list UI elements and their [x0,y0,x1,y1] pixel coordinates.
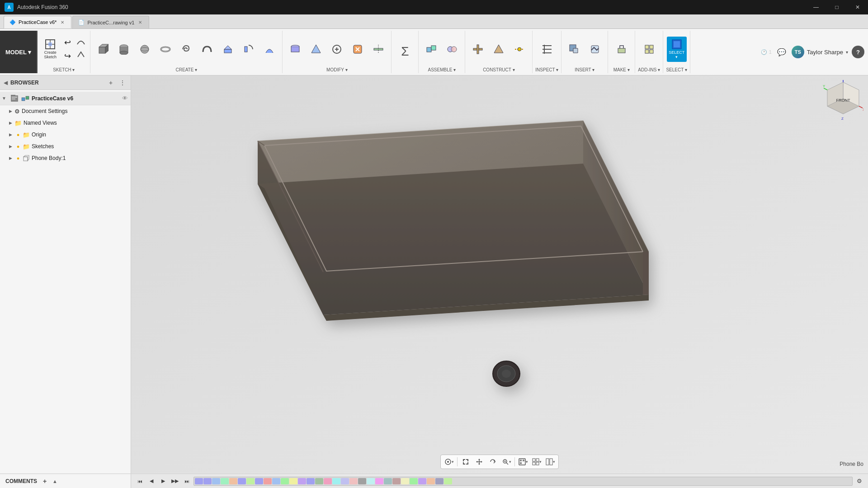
model-mode-button[interactable]: MODEL ▾ [0,31,38,73]
sketch-tool-1[interactable] [75,36,87,49]
construct-btn2[interactable] [489,37,509,62]
timeline-item[interactable] [229,478,237,484]
timeline-play-btn[interactable]: ▶ [158,476,168,486]
comments-tab[interactable]: COMMENTS + ▲ [0,474,131,488]
extrude-button[interactable] [218,37,238,62]
pan-btn[interactable] [473,456,486,468]
timeline-item[interactable] [332,478,340,484]
browser-root-visibility[interactable]: 👁 [121,94,129,103]
expand-phone-body[interactable]: ▶ [7,155,14,161]
browser-item-origin[interactable]: ▶ ● 📁 Origin [0,129,131,141]
timeline-end-btn[interactable]: ⏭ [182,476,192,486]
timeline-item[interactable] [281,478,289,484]
insert-btn1[interactable] [564,37,584,62]
browser-item-sketches[interactable]: ▶ ● 📁 Sketches [0,141,131,152]
comments-expand-icon[interactable]: ▲ [52,479,57,484]
modify-btn3[interactable] [327,37,347,62]
timeline-item[interactable] [367,478,375,484]
modify-btn4[interactable] [348,37,368,62]
insert-btn2[interactable] [585,37,605,62]
timeline-item[interactable] [238,478,246,484]
undo-button[interactable]: ↩ [61,36,74,49]
sketch-tool-2[interactable] [75,50,87,62]
sigma-button[interactable]: Σ [395,39,415,64]
timeline-item[interactable] [298,478,306,484]
pipe-button[interactable] [197,37,217,62]
timeline-item[interactable] [195,478,203,484]
timeline-item[interactable] [203,478,212,484]
create-sketch-button[interactable]: CreateSketch [40,37,60,62]
expand-sketches[interactable]: ▶ [7,143,14,150]
timeline-item[interactable] [427,478,435,484]
root-expand-arrow[interactable]: ▼ [2,96,8,101]
timeline-prev-btn[interactable]: ◀ [146,476,156,486]
browser-item-doc-settings[interactable]: ▶ ⚙ Document Settings [0,105,131,117]
timeline-item[interactable] [264,478,272,484]
timeline-item[interactable] [315,478,323,484]
timeline-item[interactable] [444,478,452,484]
browser-settings-btn[interactable]: + [106,78,115,87]
timeline-item[interactable] [384,478,392,484]
timeline-item[interactable] [401,478,409,484]
sphere-button[interactable] [135,37,155,62]
comments-plus-btn[interactable]: + [41,477,49,485]
timeline-item[interactable] [272,478,280,484]
sweep-button[interactable] [259,37,279,62]
torus-button[interactable] [156,37,175,62]
browser-item-phone-body[interactable]: ▶ ● Phone Body:1 [0,152,131,164]
tab-practicecasev6[interactable]: 🔷 PracticeCase v6* ✕ [4,16,71,28]
zoom-btn[interactable]: ▾ [500,456,513,468]
select-button[interactable]: SELECT ▾ [667,37,687,62]
display-settings-btn[interactable]: ▾ [443,456,455,468]
maximize-button[interactable]: □ [826,0,847,14]
help-button[interactable]: ? [852,46,864,58]
expand-origin[interactable]: ▶ [7,131,14,138]
construct-btn3[interactable] [509,37,529,62]
timeline-item[interactable] [212,478,220,484]
fit-camera-btn[interactable] [459,456,472,468]
timeline-next-btn[interactable]: ▶▶ [170,476,180,486]
coil-button[interactable] [176,37,196,62]
viewport[interactable]: FRONT X Y Z ▾ [131,75,868,474]
construct-btn1[interactable] [468,37,488,62]
box-button[interactable] [93,37,113,62]
display-mode-btn[interactable]: ▾ [517,456,529,468]
timeline-track[interactable] [193,477,853,486]
modify-btn1[interactable] [285,37,305,62]
user-dropdown-icon[interactable]: ▾ [846,50,848,55]
timeline-item[interactable] [358,478,366,484]
assemble-btn2[interactable] [442,37,462,62]
cylinder-button[interactable] [114,37,134,62]
browser-item-named-views[interactable]: ▶ 📁 Named Views [0,117,131,129]
expand-doc-settings[interactable]: ▶ [7,108,14,114]
phone-body-visibility[interactable]: ● [14,155,22,162]
expand-named-views[interactable]: ▶ [7,120,14,126]
view-cube[interactable]: FRONT X Y Z [823,80,863,121]
revolve-button[interactable] [239,37,259,62]
modify-btn2[interactable] [306,37,326,62]
timeline-item[interactable] [435,478,443,484]
redo-button[interactable]: ↪ [61,50,74,62]
addins-btn1[interactable] [639,37,659,62]
origin-visibility[interactable]: ● [14,131,22,138]
orbit-btn[interactable] [486,456,499,468]
timeline-item[interactable] [410,478,418,484]
timeline-item[interactable] [246,478,255,484]
timeline-item[interactable] [324,478,332,484]
timeline-item[interactable] [392,478,401,484]
assemble-btn1[interactable] [421,37,441,62]
make-btn1[interactable] [612,37,632,62]
browser-collapse-arrow[interactable]: ◀ [4,80,8,86]
view-options-btn[interactable]: ▾ [544,456,557,468]
browser-root-item[interactable]: ▼ PracticeCase v6 👁 [0,92,131,105]
timeline-item[interactable] [221,478,229,484]
tab-close-btn[interactable]: ✕ [59,19,66,25]
grid-btn[interactable]: ▾ [530,456,543,468]
timeline-item[interactable] [307,478,315,484]
timeline-item[interactable] [255,478,263,484]
close-button[interactable]: ✕ [847,0,868,14]
timeline-item[interactable] [341,478,349,484]
timeline-item[interactable] [289,478,297,484]
timeline-step-back-btn[interactable]: ⏮ [135,476,145,486]
timeline-item[interactable] [418,478,426,484]
